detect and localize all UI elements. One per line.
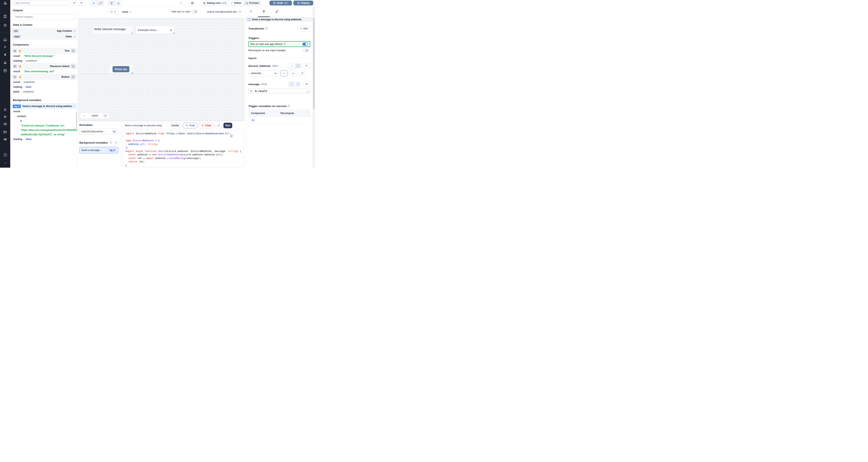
text-component[interactable]: Write Discord message: [94,26,133,34]
copy-code-icon[interactable] [230,134,233,137]
connect-plug-icon[interactable] [303,63,310,69]
resource-picker-select[interactable]: u/henri/te... × [248,70,279,76]
deploy-button[interactable]: Deploy [293,1,313,5]
hide-bar-toggle[interactable] [192,10,197,13]
component-a-row[interactable]: a ☝ Text [10,48,77,54]
center-align-button[interactable] [90,1,97,5]
collapse-button[interactable] [71,49,75,53]
schedules-icon[interactable] [0,67,10,73]
favorites-star-icon[interactable] [0,22,10,28]
zoom-out-button[interactable]: − [82,114,87,118]
fork-button[interactable]: Fork [183,123,197,128]
scrollbar-thumb[interactable] [313,18,315,109]
docs-book-button[interactable] [189,1,196,5]
clear-button[interactable]: Clear [199,123,214,128]
help-icon[interactable]: ? [0,152,10,158]
c-loading-row: loading:false [10,85,77,89]
chevron-down-icon[interactable] [73,30,75,32]
ctx-row[interactable]: ctx App Context [10,28,77,34]
field-discord-webhook-label: discord_webhook [248,64,271,67]
bottom-panel: Runnables hub/1511/discord/se... c Backg… [78,121,246,168]
more-options-kebab-icon[interactable]: ⋮ [178,0,184,6]
tab-add-component[interactable]: + [248,9,254,14]
edit-resource-pencil-button[interactable] [280,70,288,76]
refresh-count-box[interactable]: 1 [108,9,118,15]
component-ref-badge: c [112,130,116,133]
add-transformer-button[interactable]: +Add [298,26,310,31]
edit-pencil-icon[interactable]: ╱ [74,105,75,108]
collapse-button[interactable] [71,64,75,68]
recompute-toggle[interactable] [303,49,309,52]
tab-component-settings[interactable] [261,9,267,14]
message-expression-editor[interactable]: 1 b.result [248,89,310,94]
press-me-button[interactable]: Press me [113,66,129,72]
component-c-row[interactable]: c ☝ Button [10,74,77,80]
run-button[interactable]: Run [223,123,232,128]
code-editor[interactable]: import discordwebhook from "https://deno… [123,130,244,167]
connect-plug-icon[interactable] [303,81,310,87]
search-outputs-input[interactable] [13,13,75,20]
runnable-title: Send a message to discord using webhook [252,18,301,21]
bg-runnable-item-selected[interactable]: Send a message... bg_0 [80,147,118,154]
cache-button[interactable]: Cache [169,123,181,128]
hand-pointer-icon: ☝ [19,65,22,68]
undo-button[interactable]: ↶ [71,1,78,5]
zoom-in-button[interactable]: + [103,113,108,118]
expand-editor-icon[interactable] [306,90,310,95]
collapse-sidebar-icon[interactable]: → [0,159,10,165]
settings-gear-icon[interactable] [0,113,10,120]
workspace-icon[interactable] [0,13,10,19]
folders-icon[interactable] [0,129,10,135]
refresh-resource-button[interactable] [299,70,306,76]
runnable-name-input[interactable] [123,123,167,128]
resource-select-component[interactable]: Example resou... × [135,26,175,34]
clear-selection-icon[interactable]: × [170,28,172,32]
divider [244,58,315,58]
clear-resource-icon[interactable]: × [275,72,277,75]
hand-pointer-icon: ☝ [18,49,22,52]
runs-icon[interactable] [0,44,10,50]
users-icon[interactable] [0,107,10,113]
audit-eye-icon[interactable] [0,136,10,142]
chevron-down-icon[interactable] [73,35,75,37]
static-mode-pencil-icon[interactable] [288,63,295,68]
runnable-item[interactable]: hub/1511/discord/se... c [80,129,118,134]
frequency-dropdown[interactable]: once [120,9,133,15]
debug-runs-button[interactable]: Debug runs(23) [201,1,229,5]
add-resource-button[interactable]: + [289,70,297,76]
variables-icon[interactable]: $ [0,52,10,58]
input-mode-segment: ƒ [288,63,301,69]
error-value-line: "Could not interpret "{'webhook_url': [18,124,77,128]
tab-editor[interactable]: Editor [228,1,244,5]
resources-icon[interactable] [0,60,10,66]
mobile-view-button[interactable] [108,1,115,5]
component-b-row[interactable]: b ☝ Resource Select [10,63,77,69]
eval-mode-fx-icon[interactable]: ƒ [295,82,301,87]
tab-styling[interactable] [274,9,279,14]
static-mode-pencil-icon[interactable] [288,82,295,87]
resize-handle[interactable] [173,32,174,34]
redo-button[interactable]: ↷ [78,1,85,5]
bg0-row[interactable]: bg_0 Send a message to discord using web… [10,103,77,109]
run-on-start-toggle[interactable] [302,42,308,46]
author-label: Author henri@windmill.dev [207,10,237,13]
refresh-code-button[interactable] [215,123,222,128]
collapse-button[interactable] [71,75,75,79]
tab-preview[interactable]: ◎ Preview [244,1,261,5]
resize-handle[interactable] [131,32,133,34]
outputs-scrollbar[interactable] [76,111,77,130]
draft-button[interactable]: Draft⌘S [270,1,292,5]
resize-handle[interactable] [131,72,133,73]
state-row[interactable]: state State [10,34,77,39]
column-recompute: Recompute [279,112,310,114]
components-heading: Components [13,43,74,46]
workers-robot-icon[interactable] [0,121,10,127]
desktop-view-button[interactable] [115,1,122,5]
app-summary-input[interactable] [13,1,68,5]
page-scrollbar[interactable] [313,6,315,168]
expand-canvas-button[interactable] [97,1,104,5]
home-icon[interactable] [0,37,10,42]
eval-mode-fx-icon[interactable]: ƒ [295,63,301,68]
add-runnable-button[interactable]: + [114,140,118,145]
app-canvas[interactable]: Write Discord message: Example resou... … [79,18,244,121]
